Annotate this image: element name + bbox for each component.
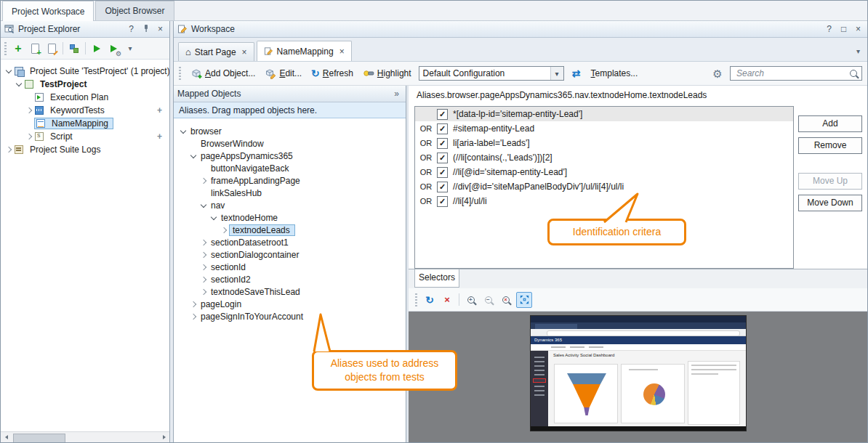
selector-checkbox[interactable]: ✓ [437,153,448,163]
selector-row[interactable]: ✓*[data-lp-id='sitemap-entity-Lead'] [415,107,793,121]
highlight-button[interactable]: Highlight [361,66,414,81]
expander-closed-icon[interactable] [24,105,34,115]
collapse-icon[interactable]: » [391,89,402,99]
alias-item[interactable]: buttonNavigateBack [174,162,406,174]
expander-closed-icon[interactable] [198,262,209,272]
alias-item[interactable]: frameAppLandingPage [174,174,406,187]
zoom-in-icon[interactable]: + [464,293,478,307]
selector-row[interactable]: OR✓li[aria-label='Leads'] [415,136,793,150]
expander-closed-icon[interactable] [198,176,209,186]
alias-item[interactable]: pageSignInToYourAccount [174,310,406,322]
tab-start-page[interactable]: ⌂ Start Page × [178,42,254,61]
alias-item-textnodeleads[interactable]: textnodeLeads [174,224,406,236]
alias-item[interactable]: linkSalesHub [174,187,406,199]
object-preview-image[interactable]: Dynamics 365 Sales Activity Social Dashb… [531,316,746,431]
tab-project-workspace[interactable]: Project Workspace [2,1,94,21]
expander-open-icon[interactable] [4,66,14,76]
expander-closed-icon[interactable] [198,250,209,260]
edit-file-icon[interactable] [44,41,59,56]
selector-checkbox[interactable]: ✓ [437,123,448,134]
alias-item[interactable]: pageAppsDynamics365 [174,150,406,162]
selector-row[interactable]: OR✓(//li[contains(.,'Leads')])[2] [415,150,793,165]
search-input[interactable] [735,68,847,79]
selector-row[interactable]: OR✓//div[@id='siteMapPanelBodyDiv']/ul/l… [415,179,793,194]
selector-row[interactable]: OR✓//li[@id='sitemap-entity-Lead'] [415,165,793,179]
expander-closed-icon[interactable] [219,225,229,235]
move-up-button[interactable]: Move Up [798,173,862,190]
add-button[interactable]: Add [798,115,862,132]
scrollbar-thumb[interactable] [13,434,65,443]
alias-item[interactable]: sectionDialogcontainer [174,248,406,261]
alias-item-browser[interactable]: browser [174,125,406,137]
fit-to-window-icon[interactable] [516,292,532,308]
delete-preview-icon[interactable]: × [440,293,454,307]
tab-list-dropdown-icon[interactable]: ▾ [856,47,860,55]
tree-item-project-suite[interactable]: Project Suite 'TestProject' (1 project) [1,65,169,78]
add-new-item-icon[interactable]: + [11,41,25,56]
object-browser-icon[interactable] [67,41,81,56]
tree-item-keywordtests[interactable]: KeywordTests + [1,104,169,117]
remove-button[interactable]: Remove [798,137,862,154]
pin-icon[interactable] [140,24,151,35]
expander-closed-icon[interactable] [4,145,14,155]
alias-item[interactable]: sectionId2 [174,273,406,285]
search-icon[interactable] [850,70,857,77]
settings-gear-icon[interactable]: ⚙ [710,66,725,81]
tab-namemapping[interactable]: NameMapping × [257,41,352,61]
selector-checkbox[interactable]: ✓ [437,196,448,207]
tree-item-script[interactable]: Script + [1,130,169,143]
scroll-left-icon[interactable] [1,433,12,442]
expander-closed-icon[interactable] [198,287,209,297]
alias-item[interactable]: sectionDatasetroot1 [174,236,406,248]
alias-item[interactable]: nav [174,199,406,211]
maximize-icon[interactable]: □ [838,24,849,34]
expander-open-icon[interactable] [188,151,198,161]
expander-open-icon[interactable] [198,200,209,211]
edit-button[interactable]: Edit... [262,66,304,81]
refresh-button[interactable]: ↻ Refresh [309,67,355,80]
tree-item-project-suite-logs[interactable]: Project Suite Logs [1,143,169,156]
close-icon[interactable]: × [853,24,864,34]
expander-closed-icon[interactable] [188,299,198,309]
close-icon[interactable]: × [155,24,166,34]
expander-closed-icon[interactable] [198,237,209,248]
alias-item[interactable]: pageLogin [174,298,406,310]
alias-item[interactable]: BrowserWindow [174,137,406,150]
run-test-icon[interactable]: ⚙ [106,41,121,56]
toolbar-dropdown-icon[interactable]: ▾ [123,41,137,56]
templates-button[interactable]: Templates... [589,67,640,80]
run-project-icon[interactable] [89,41,104,56]
expander-open-icon[interactable] [209,213,219,223]
expander-closed-icon[interactable] [198,275,209,285]
new-file-icon[interactable]: + [28,41,42,56]
toolbar-grip[interactable] [415,293,417,306]
selector-checkbox[interactable]: ✓ [437,182,448,192]
add-script-icon[interactable]: + [157,131,162,142]
horizontal-scrollbar[interactable] [1,431,169,442]
toolbar-grip[interactable] [4,42,7,55]
selector-checkbox[interactable]: ✓ [437,138,448,149]
move-down-button[interactable]: Move Down [798,195,862,211]
add-keyword-test-icon[interactable]: + [157,105,162,115]
help-icon[interactable]: ? [824,24,835,34]
selector-checkbox[interactable]: ✓ [437,167,448,178]
tab-selectors[interactable]: Selectors [414,269,459,288]
alias-item[interactable]: textnodeSaveThisLead [174,285,406,298]
zoom-reset-icon[interactable]: × [499,293,513,307]
selector-row[interactable]: OR✓#sitemap-entity-Lead [415,121,793,136]
add-object-button[interactable]: Add Object... [188,66,257,81]
expander-closed-icon[interactable] [24,131,34,142]
update-preview-icon[interactable]: ↻ [422,293,437,307]
tab-object-browser[interactable]: Object Browser [95,1,174,20]
scrollbar-track[interactable] [12,433,158,442]
sync-configuration-icon[interactable]: ⇄ [569,66,584,81]
alias-item[interactable]: textnodeHome [174,211,406,224]
tab-close-icon[interactable]: × [242,47,247,57]
expander-open-icon[interactable] [14,79,24,89]
selector-checkbox[interactable]: ✓ [437,109,448,120]
zoom-out-icon[interactable]: − [481,293,496,307]
toolbar-grip[interactable] [179,67,181,80]
expander-closed-icon[interactable] [188,312,198,322]
configuration-select[interactable]: Default Configuration ▾ [419,66,564,81]
tab-close-icon[interactable]: × [339,46,345,57]
